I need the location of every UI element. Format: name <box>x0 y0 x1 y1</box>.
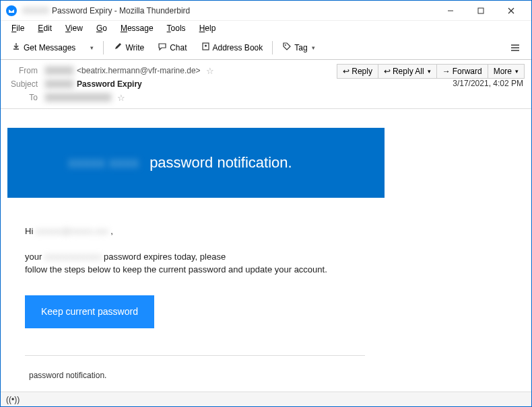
menu-edit[interactable]: Edit <box>32 22 57 34</box>
star-icon[interactable]: ☆ <box>117 93 125 103</box>
reply-button[interactable]: ↩ Reply <box>337 64 378 79</box>
subject-redacted: XXXXX <box>44 79 74 89</box>
reply-label: Reply <box>352 67 372 76</box>
to-redacted: XXXXXXXXXXXX <box>44 93 112 102</box>
menu-go[interactable]: Go <box>91 22 112 34</box>
more-button[interactable]: More ▾ <box>488 64 525 79</box>
hamburger-icon <box>510 43 521 52</box>
menubar: File Edit View Go Message Tools Help <box>1 21 531 36</box>
reply-all-label: Reply All <box>393 67 424 76</box>
get-messages-button[interactable]: Get Messages <box>6 39 81 56</box>
line2-suffix: password expires today, please <box>101 252 226 262</box>
chat-icon <box>158 42 167 53</box>
chat-button[interactable]: Chat <box>152 39 192 56</box>
titlebar: XXXXX Password Expiry - Mozilla Thunderb… <box>1 1 531 21</box>
maximize-button[interactable] <box>465 1 496 21</box>
subject-text: Password Expiry <box>77 79 142 89</box>
forward-label: Forward <box>453 67 482 76</box>
download-icon <box>11 42 21 53</box>
separator <box>272 41 273 54</box>
menu-message[interactable]: Message <box>115 22 159 34</box>
header-actions: ↩ Reply ↩ Reply All ▾ → Forward More ▾ <box>337 64 525 79</box>
thunderbird-icon <box>6 5 17 16</box>
line2-redacted: xxxxxxxxxxxxx <box>44 250 102 264</box>
connection-icon: ((•)) <box>6 395 20 404</box>
window-controls <box>435 1 526 21</box>
app-menu-button[interactable] <box>504 40 526 55</box>
line2-prefix: your <box>25 252 44 262</box>
message-datetime: 3/17/2021, 4:02 PM <box>453 79 523 88</box>
write-label: Write <box>125 43 144 52</box>
forward-icon: → <box>442 67 451 76</box>
tag-label: Tag <box>294 43 307 52</box>
statusbar: ((•)) <box>1 392 531 406</box>
menu-tools[interactable]: Tools <box>162 22 191 34</box>
reply-all-icon: ↩ <box>384 67 391 76</box>
banner-text: password notification. <box>149 154 292 172</box>
write-button[interactable]: Write <box>108 39 149 56</box>
body-line-3: follow the steps below to keep the curre… <box>25 264 327 274</box>
greeting-suffix: , <box>110 226 113 236</box>
close-button[interactable] <box>496 1 526 21</box>
reply-all-button[interactable]: ↩ Reply All ▾ <box>378 64 437 79</box>
from-name-redacted: XXXXX <box>44 66 74 75</box>
separator <box>103 41 104 54</box>
footer-text: password notification. <box>25 369 511 381</box>
subject-label: Subject <box>7 79 38 89</box>
minimize-button[interactable] <box>435 1 465 21</box>
greeting-prefix: Hi <box>25 226 36 236</box>
get-messages-label: Get Messages <box>24 43 75 52</box>
menu-help[interactable]: Help <box>194 22 222 34</box>
svg-point-6 <box>285 44 286 46</box>
svg-point-5 <box>205 45 207 47</box>
message-header: From XXXXX <beatrix.hermann@vfr-marine.d… <box>1 60 531 109</box>
from-label: From <box>7 66 38 75</box>
reply-icon: ↩ <box>343 67 350 76</box>
toolbar: Get Messages ▾ Write Chat Address Book T… <box>1 36 531 60</box>
email-banner: xxxxx xxxx password notification. <box>7 128 385 198</box>
star-icon[interactable]: ☆ <box>206 66 214 76</box>
tag-icon <box>282 42 292 53</box>
keep-password-button[interactable]: Keep current password <box>25 295 154 328</box>
chat-label: Chat <box>170 43 187 52</box>
body-line-2: your xxxxxxxxxxxxx password expires toda… <box>25 250 511 276</box>
address-book-label: Address Book <box>213 43 263 52</box>
tag-button[interactable]: Tag ▾ <box>277 39 320 56</box>
get-messages-dropdown[interactable]: ▾ <box>84 42 99 54</box>
forward-button[interactable]: → Forward <box>437 64 488 79</box>
greeting-redacted: xxxxxx@xxxxx.xxx <box>36 225 108 238</box>
banner-redacted: xxxxx xxxx <box>68 154 139 172</box>
title-redacted: XXXXX <box>22 6 49 15</box>
menu-file[interactable]: File <box>6 22 30 34</box>
menu-view[interactable]: View <box>60 22 88 34</box>
message-body: xxxxx xxxx password notification. Hi xxx… <box>1 109 531 388</box>
greeting-line: Hi xxxxxx@xxxxx.xxx , <box>25 225 511 238</box>
address-book-button[interactable]: Address Book <box>195 39 269 56</box>
address-book-icon <box>201 42 210 53</box>
divider <box>25 355 365 356</box>
from-email[interactable]: <beatrix.hermann@vfr-marine.de> <box>77 66 201 75</box>
to-label: To <box>7 93 38 102</box>
window-title: Password Expiry - Mozilla Thunderbird <box>52 6 190 15</box>
svg-rect-1 <box>478 8 484 13</box>
pencil-icon <box>113 42 123 53</box>
more-label: More <box>494 67 512 76</box>
